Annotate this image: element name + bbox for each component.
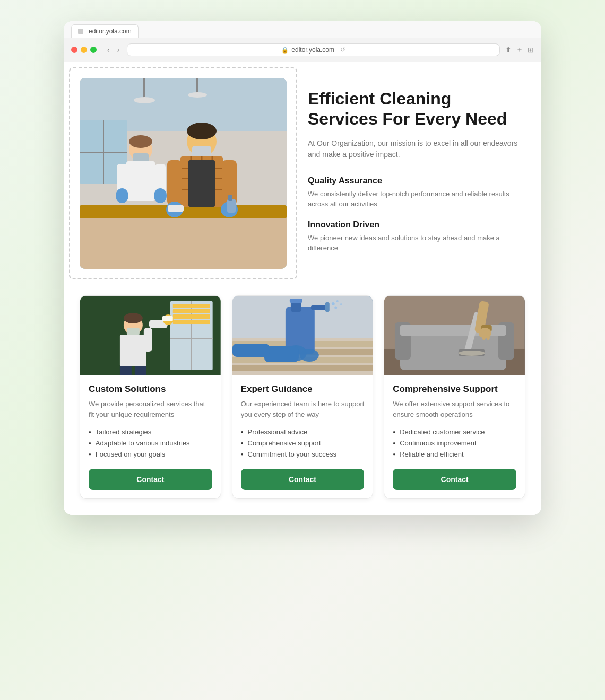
back-button[interactable]: ‹	[105, 45, 112, 55]
url-text: editor.yola.com	[291, 46, 334, 54]
svg-point-21	[154, 188, 167, 203]
svg-rect-44	[173, 304, 210, 308]
tab-bar: editor.yola.com	[64, 21, 541, 38]
svg-point-16	[129, 135, 152, 148]
svg-rect-67	[310, 305, 326, 310]
svg-rect-50	[127, 328, 140, 335]
card-image-svg-2	[232, 296, 373, 375]
card-1-title: Custom Solutions	[89, 384, 212, 395]
card-comprehensive-support: Comprehensive Support We offer extensive…	[384, 295, 525, 499]
svg-point-70	[336, 300, 338, 302]
card-3-bullet-3: Reliable and efficient	[393, 450, 516, 458]
browser-actions: ⬆ ＋ ⊞	[505, 45, 534, 55]
traffic-lights	[71, 47, 97, 53]
tab-favicon	[78, 29, 83, 34]
hero-image-svg	[80, 78, 287, 269]
minimize-button[interactable]	[81, 47, 87, 53]
cards-section: Custom Solutions We provide personalized…	[80, 295, 525, 499]
svg-point-5	[188, 92, 207, 98]
svg-point-72	[340, 303, 342, 305]
browser-chrome: ‹ › 🔒 editor.yola.com ↺ ⬆ ＋ ⊞	[64, 38, 541, 62]
card-image-1	[80, 296, 221, 375]
svg-rect-63	[232, 365, 373, 371]
card-2-bullet-3: Commitment to your success	[241, 450, 365, 458]
svg-point-23	[187, 122, 217, 139]
svg-rect-65	[291, 301, 301, 312]
card-2-title: Expert Guidance	[241, 384, 365, 395]
svg-rect-68	[325, 302, 329, 312]
card-image-svg-3	[384, 296, 525, 375]
svg-rect-24	[192, 146, 211, 158]
maximize-button[interactable]	[90, 47, 97, 53]
svg-point-20	[116, 188, 128, 203]
card-1-bullet-3: Focused on your goals	[89, 450, 212, 458]
svg-rect-45	[173, 309, 210, 313]
card-3-contact-button[interactable]: Contact	[393, 469, 516, 490]
feature-innovation-desc: We pioneer new ideas and solutions to st…	[308, 233, 525, 253]
svg-point-90	[459, 351, 485, 356]
card-3-bullet-2: Continuous improvement	[393, 439, 516, 447]
svg-rect-55	[162, 316, 173, 321]
svg-rect-2	[143, 78, 145, 99]
card-image-3	[384, 296, 525, 375]
card-image-svg-1	[80, 296, 221, 375]
card-2-desc: Our experienced team is here to support …	[241, 399, 365, 419]
svg-point-71	[334, 307, 337, 309]
svg-rect-33	[167, 160, 182, 205]
card-2-list: Professional advice Comprehensive suppor…	[241, 428, 365, 458]
card-1-desc: We provide personalized services that fi…	[89, 399, 212, 419]
hero-image-container	[80, 78, 287, 269]
hero-subtitle: At Our Organization, our mission is to e…	[308, 138, 525, 160]
card-3-desc: We offer extensive support services to e…	[393, 399, 516, 419]
svg-point-69	[331, 302, 334, 305]
svg-rect-37	[168, 205, 184, 212]
card-3-list: Dedicated customer service Continuous im…	[393, 428, 516, 458]
hero-text: Efficient Cleaning Services For Every Ne…	[308, 78, 525, 264]
card-3-bullet-1: Dedicated customer service	[393, 428, 516, 436]
address-bar[interactable]: 🔒 editor.yola.com ↺	[127, 43, 500, 56]
tab-label: editor.yola.com	[89, 28, 132, 35]
svg-rect-32	[188, 160, 215, 207]
close-button[interactable]	[71, 47, 77, 53]
lock-icon: 🔒	[281, 47, 289, 54]
svg-rect-56	[120, 366, 132, 375]
svg-rect-52	[144, 328, 152, 352]
card-3-body: Comprehensive Support We offer extensive…	[384, 375, 525, 498]
card-3-title: Comprehensive Support	[393, 384, 516, 395]
browser-nav: ‹ ›	[105, 45, 122, 55]
card-expert-guidance: Expert Guidance Our experienced team is …	[232, 295, 374, 499]
svg-rect-17	[126, 161, 155, 201]
card-1-contact-button[interactable]: Contact	[89, 469, 212, 490]
svg-point-74	[299, 349, 318, 362]
svg-rect-39	[228, 195, 232, 201]
feature-quality: Quality Assurance We consistently delive…	[308, 176, 525, 209]
feature-innovation: Innovation Driven We pioneer new ideas a…	[308, 220, 525, 253]
card-1-bullet-1: Tailored strategies	[89, 428, 212, 436]
hero-section: Efficient Cleaning Services For Every Ne…	[80, 78, 525, 269]
card-1-list: Tailored strategies Adaptable to various…	[89, 428, 212, 458]
svg-point-3	[134, 97, 155, 103]
svg-rect-76	[232, 344, 270, 357]
svg-rect-47	[173, 320, 210, 324]
svg-rect-13	[80, 218, 287, 269]
svg-rect-57	[135, 366, 146, 375]
sidebar-button[interactable]: ⊞	[528, 46, 534, 54]
card-custom-solutions: Custom Solutions We provide personalized…	[80, 295, 221, 499]
svg-rect-46	[173, 314, 210, 319]
svg-rect-4	[196, 78, 198, 94]
forward-button[interactable]: ›	[115, 45, 122, 55]
browser-tab[interactable]: editor.yola.com	[71, 24, 139, 38]
card-1-bullet-2: Adaptable to various industries	[89, 439, 212, 447]
svg-rect-51	[120, 335, 146, 366]
reload-icon: ↺	[340, 46, 345, 54]
svg-rect-88	[482, 330, 486, 340]
card-2-bullet-1: Professional advice	[241, 428, 365, 436]
card-1-body: Custom Solutions We provide personalized…	[80, 375, 221, 498]
svg-point-49	[124, 313, 143, 323]
hero-title: Efficient Cleaning Services For Every Ne…	[308, 89, 525, 129]
new-tab-button[interactable]: ＋	[516, 45, 523, 55]
feature-quality-title: Quality Assurance	[308, 176, 525, 186]
card-2-contact-button[interactable]: Contact	[241, 469, 365, 490]
card-image-2	[232, 296, 373, 375]
share-button[interactable]: ⬆	[505, 46, 512, 54]
